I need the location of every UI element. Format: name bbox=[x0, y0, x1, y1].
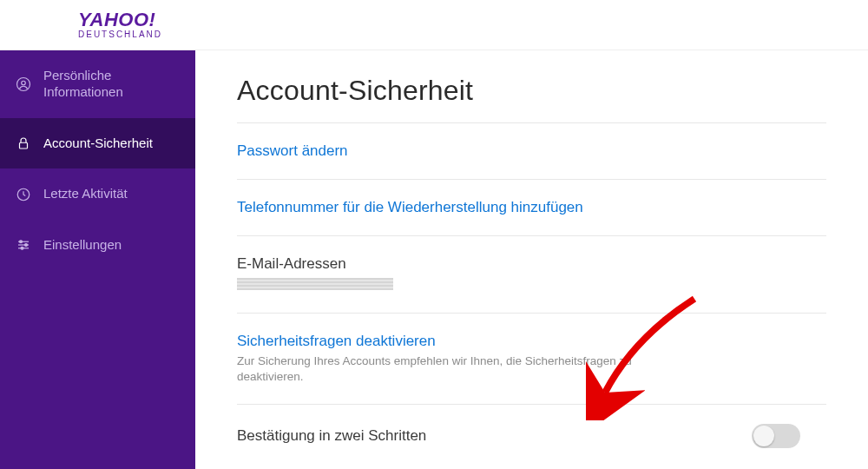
page-title: Account-Sicherheit bbox=[237, 75, 826, 107]
section-email-addresses: E-Mail-Adressen bbox=[237, 235, 826, 313]
sidebar-item-account-security[interactable]: Account-Sicherheit bbox=[0, 118, 195, 169]
sidebar-item-recent-activity[interactable]: Letzte Aktivität bbox=[0, 168, 195, 220]
brand-name: YAHOO! bbox=[78, 10, 162, 30]
two-step-label: Bestätigung in zwei Schritten bbox=[237, 427, 426, 445]
svg-point-9 bbox=[21, 248, 23, 250]
change-password-link[interactable]: Passwort ändern bbox=[237, 142, 348, 159]
sidebar-item-label: Einstellungen bbox=[43, 237, 122, 254]
svg-point-0 bbox=[17, 77, 30, 90]
main-content: Account-Sicherheit Passwort ändern Telef… bbox=[195, 50, 868, 469]
section-two-step: Bestätigung in zwei Schritten bbox=[237, 404, 826, 467]
brand-logo[interactable]: YAHOO! DEUTSCHLAND bbox=[78, 10, 162, 39]
section-security-questions: Sicherheitsfragen deaktivieren Zur Siche… bbox=[237, 313, 826, 404]
sliders-icon bbox=[16, 237, 31, 253]
user-circle-icon bbox=[16, 76, 31, 92]
svg-point-8 bbox=[25, 244, 28, 247]
security-questions-desc: Zur Sicherung Ihres Accounts empfehlen w… bbox=[237, 353, 688, 385]
sidebar-item-label: Account-Sicherheit bbox=[43, 135, 153, 152]
lock-icon bbox=[16, 135, 31, 151]
sidebar-item-personal-info[interactable]: Persönliche Informationen bbox=[0, 50, 195, 118]
sidebar-item-settings[interactable]: Einstellungen bbox=[0, 220, 195, 271]
email-value-redacted bbox=[237, 278, 393, 290]
svg-point-7 bbox=[20, 241, 23, 243]
two-step-toggle[interactable] bbox=[752, 424, 800, 448]
sidebar-item-label: Persönliche Informationen bbox=[43, 68, 180, 101]
sidebar-item-label: Letzte Aktivität bbox=[43, 186, 128, 202]
topbar: YAHOO! DEUTSCHLAND bbox=[0, 0, 868, 50]
email-addresses-label: E-Mail-Adressen bbox=[237, 255, 826, 273]
svg-rect-2 bbox=[20, 142, 28, 149]
clock-icon bbox=[16, 187, 31, 202]
brand-region: DEUTSCHLAND bbox=[78, 30, 162, 39]
sidebar: Persönliche Informationen Account-Sicher… bbox=[0, 50, 195, 469]
disable-security-questions-link[interactable]: Sicherheitsfragen deaktivieren bbox=[237, 333, 436, 349]
svg-point-1 bbox=[22, 81, 26, 85]
section-add-phone: Telefonnummer für die Wiederherstellung … bbox=[237, 179, 826, 235]
add-recovery-phone-link[interactable]: Telefonnummer für die Wiederherstellung … bbox=[237, 199, 583, 215]
section-change-password: Passwort ändern bbox=[237, 122, 826, 179]
